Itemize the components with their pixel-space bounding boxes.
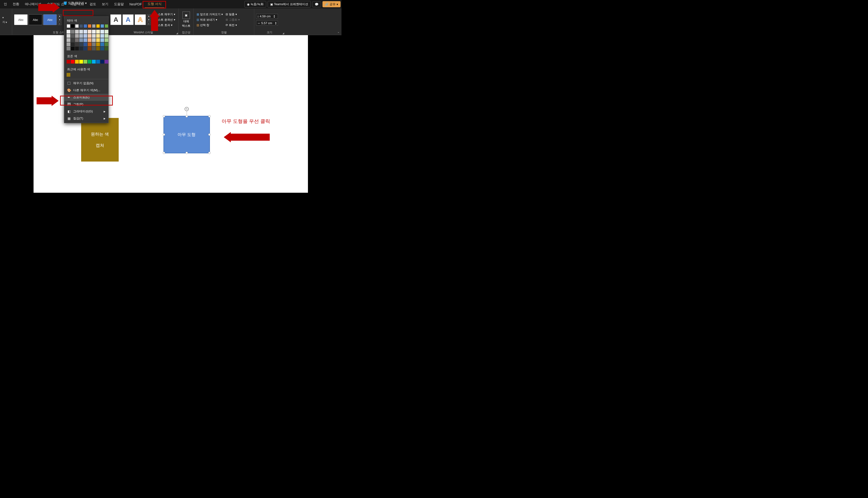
color-swatch[interactable] [67, 73, 70, 77]
shape-fill-button[interactable]: 🪣 도형 채우기 ▾ [62, 0, 89, 6]
color-swatch[interactable] [105, 60, 108, 64]
no-fill-item[interactable]: 채우기 없음(N) [64, 80, 108, 87]
width-spinner[interactable]: ▲▼ [275, 22, 277, 25]
color-swatch[interactable] [100, 38, 104, 42]
color-swatch[interactable] [67, 38, 70, 42]
color-swatch[interactable] [100, 42, 104, 46]
color-swatch[interactable] [83, 24, 87, 28]
color-swatch[interactable] [79, 30, 83, 34]
tab-help[interactable]: 도움말 [111, 1, 127, 8]
color-swatch[interactable] [67, 42, 70, 46]
resize-handle[interactable] [163, 115, 165, 117]
color-swatch[interactable] [83, 60, 87, 64]
color-swatch[interactable] [71, 38, 75, 42]
slide-canvas[interactable]: 원하는 색 캡쳐 아무 도형 ↻ 아무 도형을 우선 클릭 [0, 35, 341, 196]
color-swatch[interactable] [71, 30, 75, 34]
picture-fill-item[interactable]: 🖼 그림(P)... [64, 101, 108, 108]
width-field[interactable] [261, 21, 274, 25]
color-swatch[interactable] [67, 60, 70, 64]
color-swatch[interactable] [96, 42, 100, 46]
color-swatch[interactable] [92, 47, 96, 50]
color-swatch[interactable] [100, 60, 104, 64]
color-swatch[interactable] [75, 47, 79, 50]
eyedropper-item[interactable]: ✒ 스포이트(E) [64, 94, 108, 101]
tab-design-cut[interactable]: 인 [1, 1, 10, 8]
color-swatch[interactable] [79, 34, 83, 38]
shape-style-item[interactable]: Abc [14, 14, 28, 25]
color-swatch[interactable] [92, 38, 96, 42]
color-swatch[interactable] [75, 24, 79, 28]
color-swatch[interactable] [105, 24, 108, 28]
resize-handle[interactable] [208, 133, 211, 136]
color-swatch[interactable] [75, 30, 79, 34]
color-swatch[interactable] [71, 34, 75, 38]
color-swatch[interactable] [105, 38, 108, 42]
color-swatch[interactable] [83, 34, 87, 38]
color-swatch[interactable] [75, 38, 79, 42]
color-swatch[interactable] [71, 42, 75, 46]
color-swatch[interactable] [92, 60, 96, 64]
color-swatch[interactable] [96, 60, 100, 64]
color-swatch[interactable] [67, 30, 70, 34]
texture-fill-item[interactable]: ▦ 질감(T) ▶ [64, 115, 108, 122]
color-swatch[interactable] [88, 47, 91, 50]
shape-style-gallery[interactable]: Abc Abc Abc ▴▾⌄ [14, 14, 62, 25]
size-launcher[interactable]: ◢ [282, 32, 284, 35]
color-swatch[interactable] [105, 47, 108, 50]
color-swatch[interactable] [100, 24, 104, 28]
color-swatch[interactable] [96, 47, 100, 50]
color-swatch[interactable] [71, 60, 75, 64]
shape-style-gallery-more[interactable]: ▴▾⌄ [58, 14, 62, 25]
rotation-handle[interactable]: ↻ [184, 107, 189, 111]
color-swatch[interactable] [96, 24, 100, 28]
share-button[interactable]: 🔗 공유 ▾ [323, 1, 340, 7]
present-teams-button[interactable]: ▣ Teams에서 프레젠테이션 [268, 1, 311, 8]
alt-text-button[interactable]: ▣ 대체 텍스트 [182, 12, 191, 28]
color-swatch[interactable] [96, 38, 100, 42]
align-button[interactable]: ⊟맞춤 ▾ [225, 12, 241, 17]
resize-handle[interactable] [163, 152, 165, 154]
tab-view[interactable]: 보기 [99, 1, 111, 8]
color-swatch[interactable] [105, 42, 108, 46]
text-box-partial[interactable]: 자▾ [2, 20, 8, 24]
tab-transitions[interactable]: 전환 [10, 1, 22, 8]
wordart-style-item[interactable]: A [134, 14, 146, 25]
color-swatch[interactable] [88, 34, 91, 38]
shape-style-item[interactable]: Abc [29, 14, 42, 25]
color-swatch[interactable] [92, 30, 96, 34]
comments-button[interactable]: 💬 [312, 1, 321, 7]
color-swatch[interactable] [83, 30, 87, 34]
color-swatch[interactable] [67, 47, 70, 50]
bring-forward-button[interactable]: ▦앞으로 가져오기 ▾ [196, 12, 224, 17]
color-swatch[interactable] [88, 30, 91, 34]
more-colors-item[interactable]: 🎨 다른 채우기 색(M)... [64, 87, 108, 94]
color-swatch[interactable] [67, 34, 70, 38]
color-swatch[interactable] [75, 34, 79, 38]
color-swatch[interactable] [79, 38, 83, 42]
color-swatch[interactable] [71, 24, 75, 28]
width-input[interactable]: ↔ ▲▼ [256, 21, 278, 26]
resize-handle[interactable] [208, 152, 211, 154]
color-swatch[interactable] [75, 42, 79, 46]
color-swatch[interactable] [88, 38, 91, 42]
shape-insert-partial[interactable]: ▾ [2, 16, 8, 19]
color-swatch[interactable] [105, 34, 108, 38]
wordart-style-item[interactable]: A [110, 14, 121, 25]
height-field[interactable] [260, 15, 273, 18]
color-swatch[interactable] [83, 47, 87, 50]
color-swatch[interactable] [105, 30, 108, 34]
color-swatch[interactable] [92, 24, 96, 28]
shape-style-item[interactable]: Abc [43, 14, 57, 25]
color-swatch[interactable] [92, 34, 96, 38]
collapse-ribbon-button[interactable]: ⌄ [337, 30, 340, 34]
color-swatch[interactable] [100, 30, 104, 34]
tab-shape-format[interactable]: 도형 서식 [145, 0, 165, 8]
color-swatch[interactable] [79, 60, 83, 64]
resize-handle[interactable] [208, 115, 211, 117]
color-swatch[interactable] [83, 38, 87, 42]
color-swatch[interactable] [83, 42, 87, 46]
color-swatch[interactable] [79, 24, 83, 28]
resize-handle[interactable] [163, 133, 165, 136]
height-input[interactable]: ↕ ▲▼ [256, 14, 278, 19]
color-swatch[interactable] [100, 34, 104, 38]
